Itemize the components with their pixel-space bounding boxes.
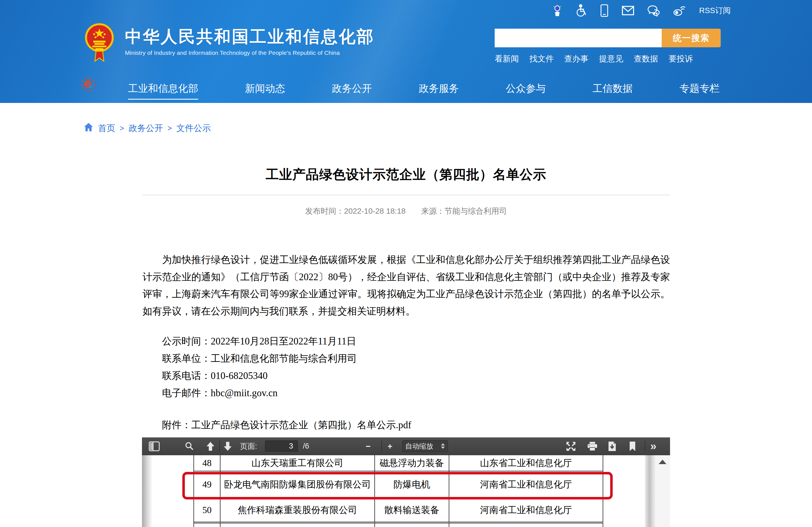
scroll-up-arrow-icon[interactable] xyxy=(658,460,666,464)
cell-no: 49 xyxy=(194,471,220,498)
main-nav: 工业和信息化部 新闻动态 政务公开 政务服务 公众参与 工信数据 专题专栏 xyxy=(128,82,720,100)
publish-time: 发布时间：2022-10-28 18:18 xyxy=(305,206,406,217)
page-left-shadow xyxy=(142,455,153,527)
sidebar-toggle-button[interactable] xyxy=(149,437,160,455)
nav-item-gov-open[interactable]: 政务公开 xyxy=(332,82,372,100)
page-right-shadow xyxy=(645,455,655,527)
mail-icon[interactable] xyxy=(622,5,634,16)
more-tools-button[interactable]: » xyxy=(650,437,656,455)
page-number-input[interactable] xyxy=(265,440,298,452)
previous-page-button[interactable] xyxy=(205,437,216,455)
cell-company: 山东天瑞重工有限公司 xyxy=(220,455,375,471)
article-contact-info: 公示时间：2022年10月28日至2022年11月11日 联系单位：工业和信息化… xyxy=(143,333,670,402)
cell-org: 河南省工业和信息化厅 xyxy=(449,471,603,498)
nav-item-miit[interactable]: 工业和信息化部 xyxy=(128,82,198,100)
zoom-select-value: 自动缩放 xyxy=(405,442,433,451)
bookmark-button[interactable] xyxy=(628,437,636,455)
mobile-icon[interactable] xyxy=(600,4,609,17)
cell-org: 河南省工业和信息化厅 xyxy=(449,498,603,523)
cell-company: 卧龙电气南阳防爆集团股份有限公司 xyxy=(220,471,375,498)
contact-unit: 联系单位：工业和信息化部节能与综合利用司 xyxy=(143,350,670,367)
table-row-partial xyxy=(193,523,603,527)
cell-org: 山东省工业和信息化厅 xyxy=(449,455,603,471)
quick-link-suggest[interactable]: 提意见 xyxy=(599,54,623,64)
pdf-page-area: 48 山东天瑞重工有限公司 磁悬浮动力装备 山东省工业和信息化厅 49 卧龙电气… xyxy=(142,455,670,527)
contact-email: 电子邮件：hbc@miit.gov.cn xyxy=(143,384,670,402)
table-row-highlighted: 49 卧龙电气南阳防爆集团股份有限公司 防爆电机 河南省工业和信息化厅 xyxy=(193,471,603,498)
toolbar-separator xyxy=(645,441,645,452)
breadcrumb: 首页 > 政务公开 > 文件公示 xyxy=(84,122,211,134)
presentation-mode-button[interactable] xyxy=(566,437,576,455)
search-document-icon[interactable] xyxy=(184,437,194,455)
nav-item-topics[interactable]: 专题专栏 xyxy=(680,82,720,100)
print-button[interactable] xyxy=(587,437,598,455)
nav-item-gov-service[interactable]: 政务服务 xyxy=(419,82,459,100)
title-divider xyxy=(142,195,670,195)
breadcrumb-home[interactable]: 首页 xyxy=(98,122,115,134)
breadcrumb-gov-open[interactable]: 政务公开 xyxy=(129,122,163,134)
zoom-select[interactable]: 自动缩放 xyxy=(402,440,448,452)
zoom-select-spinner-icon xyxy=(441,443,445,449)
header-utility-icons: RSS订阅 xyxy=(551,4,731,17)
national-emblem-logo xyxy=(85,22,114,65)
pdf-scrollbar[interactable] xyxy=(655,455,670,527)
quick-link-services[interactable]: 查办事 xyxy=(564,54,589,64)
page-total: /6 xyxy=(303,437,309,455)
pdf-viewer: 页面: /6 − + 自动缩放 xyxy=(142,437,670,527)
robot-assistant-icon[interactable] xyxy=(551,4,563,17)
site-header: RSS订阅 中华人民共和国工业和信息化部 xyxy=(0,0,812,103)
nav-item-data[interactable]: 工信数据 xyxy=(593,82,633,100)
publicity-period: 公示时间：2022年10月28日至2022年11月11日 xyxy=(143,333,670,350)
search-input[interactable] xyxy=(495,29,662,47)
quick-link-complaint[interactable]: 要投诉 xyxy=(669,54,693,64)
rss-subscribe-link[interactable]: RSS订阅 xyxy=(699,5,731,16)
wechat-icon[interactable] xyxy=(647,5,660,16)
quick-link-news[interactable]: 看新闻 xyxy=(495,54,519,64)
attachment-pdf-link[interactable]: 附件：工业产品绿色设计示范企业（第四批）名单公示.pdf xyxy=(143,420,411,430)
zoom-out-button[interactable]: − xyxy=(366,437,371,455)
zoom-in-button[interactable]: + xyxy=(388,437,392,455)
article-meta: 发布时间：2022-10-28 18:18 来源：节能与综合利用司 xyxy=(0,206,812,217)
pdf-table: 48 山东天瑞重工有限公司 磁悬浮动力装备 山东省工业和信息化厅 49 卧龙电气… xyxy=(193,455,603,527)
page: RSS订阅 中华人民共和国工业和信息化部 xyxy=(0,0,812,527)
weibo-icon[interactable] xyxy=(673,5,686,16)
quick-link-data[interactable]: 查数据 xyxy=(634,54,658,64)
breadcrumb-separator: > xyxy=(120,124,124,133)
home-icon[interactable] xyxy=(84,122,93,134)
cell-product: 防爆电机 xyxy=(375,471,449,498)
toolbar-separator xyxy=(381,441,382,452)
search-button[interactable]: 统一搜索 xyxy=(662,29,721,47)
site-title-cn: 中华人民共和国工业和信息化部 xyxy=(125,28,374,45)
site-brand: 中华人民共和国工业和信息化部 Ministry of Industry and … xyxy=(85,22,374,65)
toolbar-separator xyxy=(219,441,220,452)
next-page-button[interactable] xyxy=(223,437,233,455)
article-title: 工业产品绿色设计示范企业（第四批）名单公示 xyxy=(0,166,812,184)
accessibility-icon[interactable] xyxy=(576,4,587,17)
download-button[interactable] xyxy=(607,437,617,455)
table-row: 48 山东天瑞重工有限公司 磁悬浮动力装备 山东省工业和信息化厅 xyxy=(193,455,603,471)
breadcrumb-current[interactable]: 文件公示 xyxy=(176,122,211,134)
cell-no: 48 xyxy=(194,455,220,471)
cell-no: 50 xyxy=(194,498,220,523)
nav-item-news[interactable]: 新闻动态 xyxy=(245,82,285,100)
page-label: 页面: xyxy=(240,437,257,455)
table-row: 50 焦作科瑞森重装股份有限公司 散料输送装备 河南省工业和信息化厅 xyxy=(193,498,603,523)
article-paragraph: 为加快推行绿色设计，促进工业绿色低碳循环发展，根据《工业和信息化部办公厅关于组织… xyxy=(143,251,670,320)
cell-company: 焦作科瑞森重装股份有限公司 xyxy=(220,498,375,523)
unified-search: 统一搜索 xyxy=(495,29,721,47)
attachment-line: 附件：工业产品绿色设计示范企业（第四批）名单公示.pdf xyxy=(143,419,670,431)
miit-e-logo xyxy=(81,77,96,93)
article-source: 来源：节能与综合利用司 xyxy=(421,206,507,217)
cell-product: 磁悬浮动力装备 xyxy=(375,455,449,471)
contact-phone: 联系电话：010-68205340 xyxy=(143,367,670,384)
quick-links: 看新闻 找文件 查办事 提意见 查数据 要投诉 xyxy=(495,54,693,64)
breadcrumb-separator: > xyxy=(168,124,172,133)
quick-link-files[interactable]: 找文件 xyxy=(530,54,554,64)
site-title-en: Ministry of Industry and Information Tec… xyxy=(125,49,374,56)
pdf-toolbar: 页面: /6 − + 自动缩放 xyxy=(142,437,670,455)
cell-product: 散料输送装备 xyxy=(375,498,449,523)
nav-item-participation[interactable]: 公众参与 xyxy=(506,82,546,100)
